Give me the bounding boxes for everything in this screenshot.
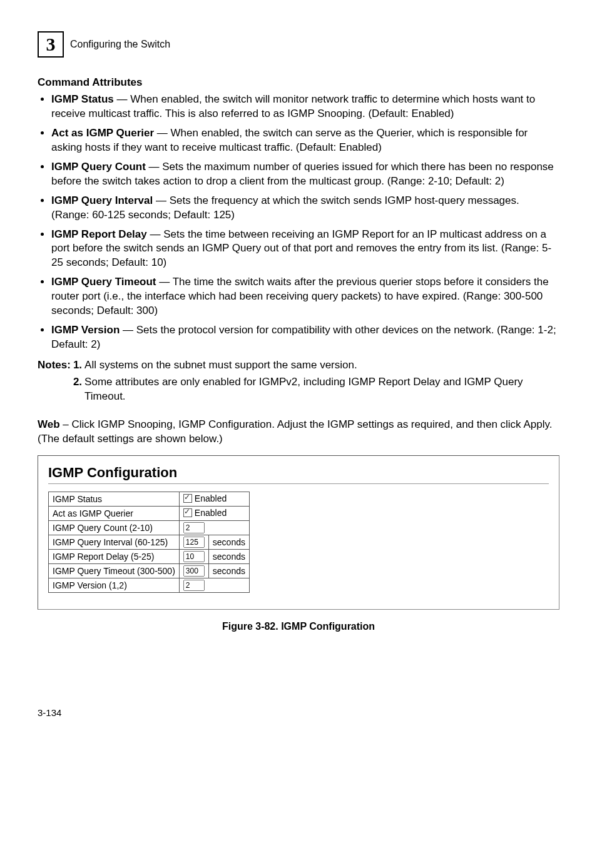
- row-value-cell: [179, 578, 249, 592]
- panel-divider: [48, 483, 549, 484]
- version-input[interactable]: [183, 580, 205, 591]
- list-item: IGMP Query Timeout — The time the switch…: [51, 275, 559, 318]
- note-number: 1.: [73, 358, 84, 375]
- table-row: IGMP Query Count (2-10): [49, 520, 250, 535]
- chapter-number-box: 3: [38, 31, 64, 58]
- note-number: 2.: [73, 375, 84, 406]
- page-number: 3-134: [38, 707, 559, 718]
- attr-desc: — When enabled, the switch will monitor …: [51, 93, 535, 119]
- query-interval-input[interactable]: [183, 537, 205, 548]
- row-unit: seconds: [208, 535, 249, 549]
- row-value-cell: [179, 520, 249, 535]
- attr-name: Act as IGMP Querier: [51, 127, 154, 139]
- row-value-cell: [179, 563, 208, 578]
- figure-caption: Figure 3-82. IGMP Configuration: [38, 621, 559, 632]
- row-unit: seconds: [208, 549, 249, 563]
- row-value-cell: [179, 535, 208, 549]
- row-label: IGMP Query Timeout (300-500): [49, 563, 180, 578]
- row-value-cell: Enabled: [179, 492, 249, 506]
- web-text: – Click IGMP Snooping, IGMP Configuratio…: [38, 418, 552, 445]
- row-label: IGMP Version (1,2): [49, 578, 180, 592]
- checkbox-label: Enabled: [195, 493, 227, 503]
- list-item: IGMP Status — When enabled, the switch w…: [51, 93, 559, 121]
- row-label: IGMP Report Delay (5-25): [49, 549, 180, 563]
- list-item: Act as IGMP Querier — When enabled, the …: [51, 126, 559, 155]
- web-instruction: Web – Click IGMP Snooping, IGMP Configur…: [38, 418, 559, 447]
- list-item: IGMP Report Delay — Sets the time betwee…: [51, 228, 559, 271]
- row-label: IGMP Query Count (2-10): [49, 520, 180, 535]
- table-row: IGMP Report Delay (5-25) seconds: [49, 549, 250, 563]
- list-item: IGMP Query Count — Sets the maximum numb…: [51, 160, 559, 189]
- attr-name: IGMP Status: [51, 93, 114, 105]
- table-row: IGMP Version (1,2): [49, 578, 250, 592]
- row-value-cell: Enabled: [179, 506, 249, 520]
- panel-title: IGMP Configuration: [48, 465, 549, 481]
- row-label: IGMP Query Interval (60-125): [49, 535, 180, 549]
- checkbox-label: Enabled: [195, 508, 227, 518]
- notes-block: Notes: 1. All systems on the subnet must…: [38, 358, 559, 406]
- row-unit: seconds: [208, 563, 249, 578]
- table-row: IGMP Status Enabled: [49, 492, 250, 506]
- igmp-config-panel: IGMP Configuration IGMP Status Enabled A…: [38, 455, 559, 610]
- command-attributes-list: IGMP Status — When enabled, the switch w…: [38, 93, 559, 352]
- attr-name: IGMP Query Count: [51, 161, 146, 173]
- checkbox-icon[interactable]: [183, 494, 192, 503]
- note-text: All systems on the subnet must support t…: [84, 358, 559, 375]
- header-title: Configuring the Switch: [70, 39, 170, 50]
- attr-name: IGMP Query Timeout: [51, 276, 156, 288]
- section-title: Command Attributes: [38, 76, 559, 89]
- table-row: IGMP Query Interval (60-125) seconds: [49, 535, 250, 549]
- row-value-cell: [179, 549, 208, 563]
- query-count-input[interactable]: [183, 522, 205, 533]
- table-row: Act as IGMP Querier Enabled: [49, 506, 250, 520]
- notes-label: Notes:: [38, 358, 73, 375]
- attr-name: IGMP Query Interval: [51, 194, 153, 206]
- row-label: Act as IGMP Querier: [49, 506, 180, 520]
- web-label: Web: [38, 418, 60, 430]
- config-table: IGMP Status Enabled Act as IGMP Querier …: [48, 492, 250, 593]
- note-text: Some attributes are only enabled for IGM…: [84, 375, 559, 406]
- list-item: IGMP Query Interval — Sets the frequency…: [51, 194, 559, 223]
- attr-desc: — Sets the protocol version for compatib…: [51, 324, 556, 350]
- checkbox-icon[interactable]: [183, 508, 192, 517]
- row-label: IGMP Status: [49, 492, 180, 506]
- list-item: IGMP Version — Sets the protocol version…: [51, 323, 559, 352]
- table-row: IGMP Query Timeout (300-500) seconds: [49, 563, 250, 578]
- attr-name: IGMP Version: [51, 324, 120, 336]
- query-timeout-input[interactable]: [183, 565, 205, 577]
- page-header: 3 Configuring the Switch: [38, 31, 559, 58]
- attr-name: IGMP Report Delay: [51, 228, 147, 240]
- report-delay-input[interactable]: [183, 551, 205, 562]
